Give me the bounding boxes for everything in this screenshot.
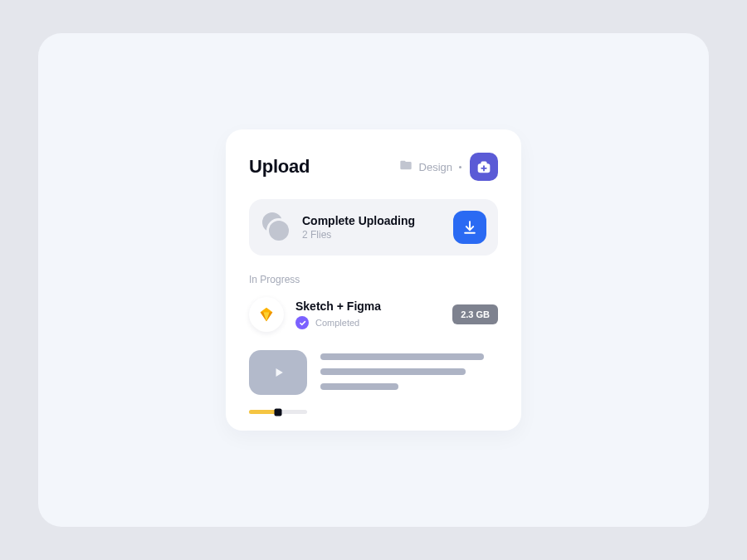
app-surface: Upload Design Com (38, 33, 709, 527)
file-app-icon (249, 297, 284, 332)
folder-icon (399, 158, 413, 175)
complete-upload-count: 2 Flies (302, 229, 442, 241)
file-text: Sketch + Figma Completed (295, 299, 441, 329)
placeholder-lines (320, 350, 498, 390)
skeleton-line (320, 368, 466, 375)
placeholder-item (249, 350, 498, 395)
in-progress-label: In Progress (249, 274, 498, 285)
file-name: Sketch + Figma (295, 299, 441, 313)
stacked-files-icon (261, 212, 290, 242)
complete-upload-title: Complete Uploading (302, 214, 442, 227)
complete-upload-text: Complete Uploading 2 Flies (302, 214, 442, 241)
skeleton-line (320, 353, 484, 360)
file-size-badge: 2.3 GB (452, 304, 498, 324)
card-header: Upload Design (249, 153, 498, 181)
file-row: Sketch + Figma Completed 2.3 GB (249, 297, 498, 332)
breadcrumb-separator (459, 166, 461, 168)
add-folder-button[interactable] (470, 153, 498, 181)
sketch-icon (257, 305, 276, 324)
upload-progress[interactable] (249, 410, 307, 414)
progress-knob[interactable] (275, 408, 282, 416)
check-icon (295, 316, 309, 329)
download-icon (461, 219, 478, 236)
svg-rect-1 (481, 162, 486, 166)
download-button[interactable] (453, 211, 486, 244)
video-thumbnail[interactable] (249, 350, 307, 395)
upload-card: Upload Design Com (226, 129, 521, 431)
page-title: Upload (249, 156, 391, 178)
file-status-text: Completed (315, 318, 359, 328)
file-status-row: Completed (295, 316, 441, 329)
complete-upload-row: Complete Uploading 2 Flies (249, 199, 498, 256)
play-icon (270, 364, 286, 381)
briefcase-plus-icon (475, 158, 493, 176)
breadcrumb-label: Design (419, 161, 452, 173)
breadcrumb[interactable]: Design (399, 158, 461, 175)
skeleton-line (320, 383, 398, 390)
